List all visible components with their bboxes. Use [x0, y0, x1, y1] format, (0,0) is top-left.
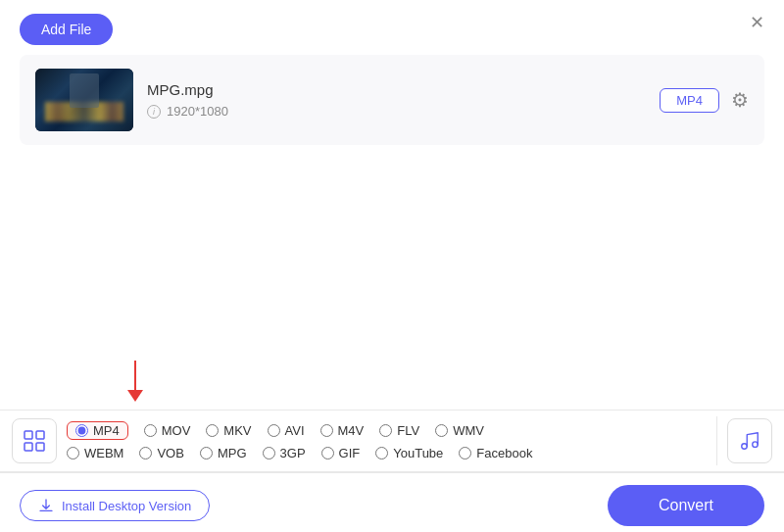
format-label-webm: WEBM [84, 446, 123, 460]
film-grid-icon [23, 429, 46, 453]
format-option-mpg[interactable]: MPG [200, 446, 247, 460]
format-radio-webm[interactable] [67, 447, 79, 459]
format-option-vob[interactable]: VOB [139, 446, 183, 460]
format-radio-mp4[interactable] [75, 424, 88, 437]
arrow-head [127, 390, 143, 402]
format-label-wmv: WMV [453, 423, 484, 438]
format-radio-mpg[interactable] [200, 447, 213, 459]
file-entry: MPG.mpg i 1920*1080 MP4 ⚙ [20, 55, 764, 145]
file-name: MPG.mpg [147, 81, 646, 98]
info-icon: i [147, 105, 161, 119]
format-option-flv[interactable]: FLV [379, 423, 419, 438]
format-radio-m4v[interactable] [320, 424, 333, 437]
format-badge[interactable]: MP4 [660, 88, 719, 113]
format-label-avi: AVI [285, 423, 305, 438]
format-label-3gp: 3GP [280, 446, 306, 460]
format-radio-gif[interactable] [321, 447, 334, 459]
format-label-mpg: MPG [218, 446, 247, 460]
format-separator [716, 416, 717, 465]
format-label-gif: GIF [339, 446, 361, 460]
format-label-youtube: YouTube [393, 446, 443, 460]
audio-format-icon[interactable] [727, 418, 772, 463]
format-label-m4v: M4V [338, 423, 365, 438]
selection-arrow [127, 361, 143, 402]
svg-rect-2 [24, 443, 32, 451]
format-radio-facebook[interactable] [459, 447, 471, 459]
arrow-container [0, 361, 784, 402]
install-label: Install Desktop Version [62, 499, 191, 513]
format-option-facebook[interactable]: Facebook [459, 446, 532, 460]
bottom-bar: Install Desktop Version Convert [0, 472, 784, 532]
format-radio-mov[interactable] [144, 424, 157, 437]
install-desktop-button[interactable]: Install Desktop Version [20, 490, 210, 521]
file-meta: i 1920*1080 [147, 104, 646, 119]
svg-rect-3 [36, 443, 44, 451]
svg-rect-1 [36, 431, 44, 439]
add-file-button[interactable]: Add File [20, 14, 113, 45]
format-radio-avi[interactable] [268, 424, 280, 437]
format-option-mov[interactable]: MOV [144, 423, 191, 438]
format-row-2: WEBM VOB MPG 3GP GIF YouTube [67, 443, 707, 463]
download-icon [38, 498, 54, 513]
music-note-icon [739, 430, 760, 452]
svg-rect-0 [24, 431, 32, 439]
arrow-line [134, 361, 136, 390]
format-label-mov: MOV [162, 423, 191, 438]
file-info: MPG.mpg i 1920*1080 [147, 81, 646, 119]
format-option-3gp[interactable]: 3GP [263, 446, 306, 460]
file-resolution: 1920*1080 [167, 104, 228, 119]
format-options: MP4 MOV MKV AVI M4V FLV [67, 411, 707, 471]
middle-area [0, 145, 784, 361]
format-label-flv: FLV [397, 423, 419, 438]
format-radio-3gp[interactable] [263, 447, 275, 459]
format-option-avi[interactable]: AVI [268, 423, 305, 438]
format-bar: MP4 MOV MKV AVI M4V FLV [0, 410, 784, 472]
video-format-icon[interactable] [12, 418, 57, 463]
format-radio-youtube[interactable] [375, 447, 388, 459]
format-label-facebook: Facebook [476, 446, 532, 460]
close-button[interactable]: ✕ [750, 14, 764, 31]
header: Add File ✕ [0, 0, 784, 55]
format-radio-vob[interactable] [139, 447, 152, 459]
format-radio-mkv[interactable] [206, 424, 219, 437]
format-option-youtube[interactable]: YouTube [375, 446, 443, 460]
thumbnail-image [35, 69, 133, 131]
format-option-m4v[interactable]: M4V [320, 423, 365, 438]
file-actions: MP4 ⚙ [660, 88, 749, 113]
svg-point-5 [753, 442, 759, 448]
svg-point-4 [742, 444, 748, 450]
format-option-webm[interactable]: WEBM [67, 446, 123, 460]
format-row-1: MP4 MOV MKV AVI M4V FLV [67, 418, 707, 443]
format-label-vob: VOB [157, 446, 183, 460]
format-option-mkv[interactable]: MKV [206, 423, 251, 438]
convert-button[interactable]: Convert [608, 485, 764, 526]
format-option-mp4[interactable]: MP4 [67, 421, 128, 440]
format-label-mp4: MP4 [93, 423, 120, 438]
format-option-gif[interactable]: GIF [321, 446, 361, 460]
format-radio-wmv[interactable] [435, 424, 448, 437]
format-radio-flv[interactable] [379, 424, 392, 437]
settings-button[interactable]: ⚙ [731, 88, 749, 112]
format-option-wmv[interactable]: WMV [435, 423, 484, 438]
file-thumbnail [35, 69, 133, 131]
format-label-mkv: MKV [223, 423, 251, 438]
